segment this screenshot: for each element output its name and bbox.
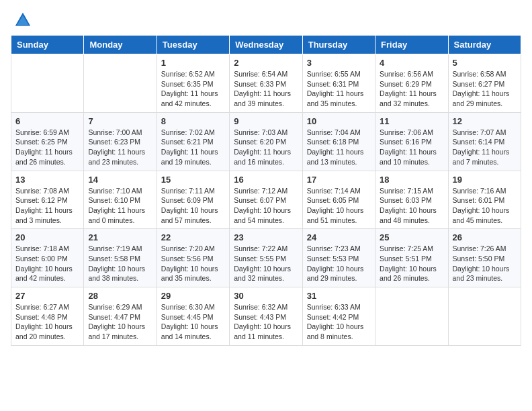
day-number: 15 [161,175,225,185]
calendar-week-row: 1Sunrise: 6:52 AMSunset: 6:35 PMDaylight… [11,54,521,113]
day-number: 12 [453,116,517,126]
day-info: Sunrise: 7:08 AMSunset: 6:12 PMDaylight:… [15,186,79,226]
calendar-day-header: Sunday [11,36,84,54]
calendar-day-cell [84,54,157,113]
calendar-day-cell [375,287,448,346]
day-info: Sunrise: 6:29 AMSunset: 4:47 PMDaylight:… [88,302,152,342]
day-number: 21 [88,232,152,242]
day-number: 17 [307,175,371,185]
calendar-day-cell: 15Sunrise: 7:11 AMSunset: 6:09 PMDayligh… [157,171,229,229]
day-info: Sunrise: 6:27 AMSunset: 4:48 PMDaylight:… [15,302,79,342]
calendar-day-cell: 30Sunrise: 6:32 AMSunset: 4:43 PMDayligh… [230,287,302,346]
calendar-day-cell: 19Sunrise: 7:16 AMSunset: 6:01 PMDayligh… [448,171,521,229]
day-info: Sunrise: 7:07 AMSunset: 6:14 PMDaylight:… [453,128,517,167]
day-number: 27 [15,291,79,301]
day-info: Sunrise: 6:55 AMSunset: 6:31 PMDaylight:… [307,69,371,109]
day-number: 24 [307,232,371,242]
day-info: Sunrise: 7:23 AMSunset: 5:53 PMDaylight:… [307,244,371,283]
calendar-day-cell: 9Sunrise: 7:03 AMSunset: 6:20 PMDaylight… [230,112,302,171]
calendar-day-header: Wednesday [230,36,302,54]
day-number: 26 [453,232,517,242]
day-info: Sunrise: 6:52 AMSunset: 6:35 PMDaylight:… [161,69,225,109]
logo [13,11,35,30]
calendar-day-cell: 5Sunrise: 6:58 AMSunset: 6:27 PMDaylight… [448,54,521,113]
calendar-day-cell: 18Sunrise: 7:15 AMSunset: 6:03 PMDayligh… [375,171,448,229]
calendar-day-cell: 4Sunrise: 6:56 AMSunset: 6:29 PMDaylight… [375,54,448,113]
calendar-day-cell: 28Sunrise: 6:29 AMSunset: 4:47 PMDayligh… [84,287,157,346]
calendar-week-row: 6Sunrise: 6:59 AMSunset: 6:25 PMDaylight… [11,112,521,171]
calendar-day-cell: 25Sunrise: 7:25 AMSunset: 5:51 PMDayligh… [375,229,448,287]
calendar-day-header: Thursday [302,36,375,54]
calendar-day-header: Tuesday [157,36,229,54]
calendar-wrapper: SundayMondayTuesdayWednesdayThursdayFrid… [0,35,532,351]
day-number: 6 [15,116,79,126]
day-info: Sunrise: 7:15 AMSunset: 6:03 PMDaylight:… [380,186,443,226]
day-number: 8 [161,116,225,126]
day-number: 13 [15,175,79,185]
day-info: Sunrise: 6:59 AMSunset: 6:25 PMDaylight:… [15,128,79,167]
calendar-day-cell [11,54,84,113]
day-number: 25 [380,232,443,242]
calendar-day-cell: 14Sunrise: 7:10 AMSunset: 6:10 PMDayligh… [84,171,157,229]
calendar-day-cell: 21Sunrise: 7:19 AMSunset: 5:58 PMDayligh… [84,229,157,287]
calendar-day-header: Friday [375,36,448,54]
day-number: 11 [380,116,443,126]
day-info: Sunrise: 7:12 AMSunset: 6:07 PMDaylight:… [234,186,298,226]
calendar-day-cell: 29Sunrise: 6:30 AMSunset: 4:45 PMDayligh… [157,287,229,346]
day-number: 19 [453,175,517,185]
calendar-week-row: 27Sunrise: 6:27 AMSunset: 4:48 PMDayligh… [11,287,521,346]
day-number: 1 [161,58,225,68]
day-number: 20 [15,232,79,242]
day-info: Sunrise: 7:10 AMSunset: 6:10 PMDaylight:… [88,186,152,226]
calendar-day-cell: 24Sunrise: 7:23 AMSunset: 5:53 PMDayligh… [302,229,375,287]
calendar-day-header: Saturday [448,36,521,54]
day-info: Sunrise: 6:54 AMSunset: 6:33 PMDaylight:… [234,69,298,109]
calendar-day-cell [448,287,521,346]
day-info: Sunrise: 7:25 AMSunset: 5:51 PMDaylight:… [380,244,443,283]
day-number: 18 [380,175,443,185]
day-info: Sunrise: 7:19 AMSunset: 5:58 PMDaylight:… [88,244,152,283]
calendar-day-cell: 8Sunrise: 7:02 AMSunset: 6:21 PMDaylight… [157,112,229,171]
calendar-header-row: SundayMondayTuesdayWednesdayThursdayFrid… [11,36,521,54]
day-info: Sunrise: 7:26 AMSunset: 5:50 PMDaylight:… [453,244,517,283]
day-info: Sunrise: 7:02 AMSunset: 6:21 PMDaylight:… [161,128,225,167]
calendar-day-cell: 22Sunrise: 7:20 AMSunset: 5:56 PMDayligh… [157,229,229,287]
calendar-day-cell: 6Sunrise: 6:59 AMSunset: 6:25 PMDaylight… [11,112,84,171]
calendar-table: SundayMondayTuesdayWednesdayThursdayFrid… [11,35,521,346]
day-number: 22 [161,232,225,242]
calendar-day-cell: 1Sunrise: 6:52 AMSunset: 6:35 PMDaylight… [157,54,229,113]
day-number: 5 [453,58,517,68]
day-info: Sunrise: 6:30 AMSunset: 4:45 PMDaylight:… [161,302,225,342]
day-number: 23 [234,232,298,242]
day-info: Sunrise: 6:33 AMSunset: 4:42 PMDaylight:… [307,302,371,342]
day-info: Sunrise: 6:32 AMSunset: 4:43 PMDaylight:… [234,302,298,342]
day-info: Sunrise: 7:03 AMSunset: 6:20 PMDaylight:… [234,128,298,167]
calendar-day-cell: 12Sunrise: 7:07 AMSunset: 6:14 PMDayligh… [448,112,521,171]
day-info: Sunrise: 7:04 AMSunset: 6:18 PMDaylight:… [307,128,371,167]
day-info: Sunrise: 7:11 AMSunset: 6:09 PMDaylight:… [161,186,225,226]
calendar-day-cell: 3Sunrise: 6:55 AMSunset: 6:31 PMDaylight… [302,54,375,113]
day-info: Sunrise: 7:18 AMSunset: 6:00 PMDaylight:… [15,244,79,283]
calendar-day-cell: 16Sunrise: 7:12 AMSunset: 6:07 PMDayligh… [230,171,302,229]
day-number: 30 [234,291,298,301]
day-number: 16 [234,175,298,185]
calendar-day-cell: 10Sunrise: 7:04 AMSunset: 6:18 PMDayligh… [302,112,375,171]
page-header [0,0,532,35]
day-info: Sunrise: 7:06 AMSunset: 6:16 PMDaylight:… [380,128,443,167]
day-number: 4 [380,58,443,68]
calendar-day-cell: 11Sunrise: 7:06 AMSunset: 6:16 PMDayligh… [375,112,448,171]
day-info: Sunrise: 7:14 AMSunset: 6:05 PMDaylight:… [307,186,371,226]
day-number: 29 [161,291,225,301]
calendar-day-cell: 23Sunrise: 7:22 AMSunset: 5:55 PMDayligh… [230,229,302,287]
day-number: 10 [307,116,371,126]
logo-icon [13,11,32,30]
calendar-day-cell: 26Sunrise: 7:26 AMSunset: 5:50 PMDayligh… [448,229,521,287]
day-info: Sunrise: 7:00 AMSunset: 6:23 PMDaylight:… [88,128,152,167]
day-number: 31 [307,291,371,301]
day-info: Sunrise: 7:16 AMSunset: 6:01 PMDaylight:… [453,186,517,226]
calendar-week-row: 13Sunrise: 7:08 AMSunset: 6:12 PMDayligh… [11,171,521,229]
calendar-day-cell: 7Sunrise: 7:00 AMSunset: 6:23 PMDaylight… [84,112,157,171]
calendar-day-cell: 20Sunrise: 7:18 AMSunset: 6:00 PMDayligh… [11,229,84,287]
day-number: 28 [88,291,152,301]
calendar-day-cell: 17Sunrise: 7:14 AMSunset: 6:05 PMDayligh… [302,171,375,229]
